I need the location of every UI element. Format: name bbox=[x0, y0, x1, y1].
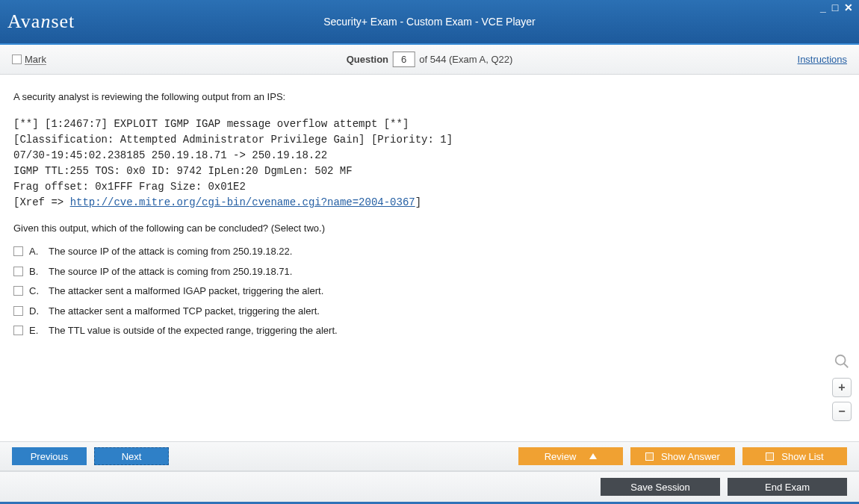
answer-checkbox[interactable] bbox=[13, 306, 23, 316]
svg-point-0 bbox=[836, 355, 846, 364]
answer-checkbox[interactable] bbox=[13, 267, 23, 276]
answer-option[interactable]: A. The source IP of the attack is coming… bbox=[13, 244, 846, 259]
app-logo: Avanset bbox=[7, 10, 75, 33]
answer-text: The source IP of the attack is coming fr… bbox=[49, 264, 292, 279]
window-controls[interactable]: _ □ ✕ bbox=[820, 1, 855, 13]
answer-option[interactable]: C. The attacker sent a malformed IGAP pa… bbox=[13, 284, 846, 299]
window-title: Security+ Exam - Custom Exam - VCE Playe… bbox=[323, 16, 536, 28]
answer-letter: A. bbox=[29, 244, 43, 259]
question-followup: Given this output, which of the followin… bbox=[13, 221, 846, 236]
ips-output-block: [**] [1:2467:7] EXPLOIT IGMP IGAP messag… bbox=[13, 116, 846, 211]
triangle-up-icon bbox=[589, 453, 597, 459]
save-session-button[interactable]: Save Session bbox=[601, 478, 720, 496]
previous-button[interactable]: Previous bbox=[12, 447, 87, 465]
answer-option[interactable]: E. The TTL value is outside of the expec… bbox=[13, 323, 846, 338]
answer-text: The source IP of the attack is coming fr… bbox=[49, 244, 292, 259]
zoom-in-button[interactable]: + bbox=[832, 378, 852, 397]
answer-text: The attacker sent a malformed TCP packet… bbox=[49, 304, 320, 319]
answer-text: The TTL value is outside of the expected… bbox=[49, 323, 338, 338]
answer-letter: E. bbox=[29, 323, 43, 338]
answer-letter: C. bbox=[29, 284, 43, 299]
answer-checkbox[interactable] bbox=[13, 286, 23, 296]
svg-line-1 bbox=[844, 363, 849, 367]
magnifier-icon[interactable] bbox=[834, 353, 850, 374]
show-answer-button[interactable]: Show Answer bbox=[630, 447, 735, 465]
toggle-checkbox-icon bbox=[766, 452, 774, 461]
nav-button-row: Previous Next Review Show Answer Show Li… bbox=[0, 441, 859, 471]
answer-checkbox[interactable] bbox=[13, 326, 23, 335]
mark-toggle[interactable]: Mark bbox=[12, 54, 46, 65]
question-position-label: Question 6 of 544 (Exam A, Q22) bbox=[347, 52, 513, 67]
answer-text: The attacker sent a malformed IGAP packe… bbox=[49, 284, 323, 299]
question-content: A security analyst is reviewing the foll… bbox=[0, 75, 859, 429]
next-button[interactable]: Next bbox=[94, 447, 169, 465]
answer-option[interactable]: B. The source IP of the attack is coming… bbox=[13, 264, 846, 279]
answer-checkbox[interactable] bbox=[13, 246, 23, 256]
question-header-bar: Mark Question 6 of 544 (Exam A, Q22) Ins… bbox=[0, 45, 859, 75]
end-exam-button[interactable]: End Exam bbox=[728, 478, 847, 496]
show-list-button[interactable]: Show List bbox=[742, 447, 847, 465]
zoom-out-button[interactable]: − bbox=[832, 402, 852, 421]
toggle-checkbox-icon bbox=[645, 452, 654, 461]
question-intro: A security analyst is reviewing the foll… bbox=[13, 90, 846, 105]
review-button[interactable]: Review bbox=[518, 447, 623, 465]
answer-letter: D. bbox=[29, 304, 43, 319]
mark-label: Mark bbox=[25, 54, 46, 65]
session-button-row: Save Session End Exam bbox=[0, 471, 859, 504]
answer-option[interactable]: D. The attacker sent a malformed TCP pac… bbox=[13, 304, 846, 319]
answer-list: A. The source IP of the attack is coming… bbox=[13, 244, 846, 338]
answer-letter: B. bbox=[29, 264, 43, 279]
cve-reference-link[interactable]: http://cve.mitre.org/cgi-bin/cvename.cgi… bbox=[70, 196, 415, 208]
instructions-link[interactable]: Instructions bbox=[798, 54, 847, 65]
titlebar: Avanset Security+ Exam - Custom Exam - V… bbox=[0, 0, 859, 45]
footer: Previous Next Review Show Answer Show Li… bbox=[0, 441, 859, 504]
zoom-controls: + − bbox=[832, 353, 852, 422]
question-number-box: 6 bbox=[393, 52, 415, 67]
mark-checkbox[interactable] bbox=[12, 55, 22, 64]
